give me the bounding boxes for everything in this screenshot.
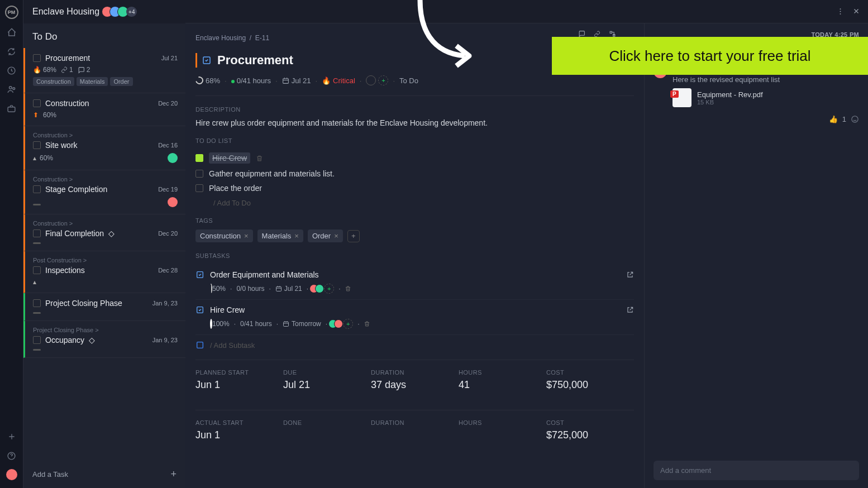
column-title: To Do	[23, 23, 185, 48]
emoji-icon[interactable]	[851, 115, 859, 123]
svg-point-5	[840, 8, 841, 9]
add-todo-input[interactable]: / Add To Do	[213, 199, 634, 207]
svg-rect-3	[8, 107, 15, 112]
subtask-item[interactable]: Hire Crew 100% · 0/41 hours · Tomorrow ·…	[195, 300, 634, 335]
fire-icon: 🔥	[322, 76, 331, 85]
plus-icon[interactable]	[6, 431, 17, 442]
breadcrumb[interactable]: Enclave Housing / E-11	[195, 34, 269, 42]
fire-icon: 🔥	[33, 66, 41, 74]
cta-banner[interactable]: Click here to start your free trial	[552, 37, 868, 75]
main-area: Click here to start your free trial Encl…	[185, 0, 868, 488]
task-list: Procurement Jul 21 🔥68% 1 2 Construction…	[23, 48, 185, 461]
calendar-icon	[282, 77, 289, 84]
add-assignee-button[interactable]: +	[324, 284, 334, 294]
comment-icon	[78, 66, 85, 74]
arrow-up-icon: ⬆	[33, 111, 39, 119]
triangle-up-icon: ▴	[33, 278, 36, 286]
briefcase-icon[interactable]	[6, 103, 17, 114]
reactions-row: 👍 1	[673, 115, 859, 123]
comment-input[interactable]: Add a comment	[654, 461, 859, 480]
subtask-item[interactable]: Order Equipment and Materials 50% · 0/0 …	[195, 265, 634, 300]
todo-item[interactable]: Place the order	[195, 181, 634, 195]
task-title: Procurement	[217, 53, 293, 68]
svg-point-6	[840, 11, 841, 12]
svg-point-7	[840, 13, 841, 15]
task-icon	[195, 305, 204, 314]
task-card-inspections[interactable]: Post Construction > Inspections Dec 28 ▴	[23, 251, 185, 293]
attachment-item[interactable]: P Equipment - Rev.pdf 15 KB	[673, 88, 859, 107]
add-task-button[interactable]: Add a Task +	[23, 461, 185, 488]
task-icon	[195, 270, 204, 279]
assignee-avatar	[168, 153, 178, 163]
project-title: Enclave Housing	[32, 7, 99, 17]
help-icon[interactable]	[6, 450, 17, 461]
avatar-more: +4	[126, 7, 137, 17]
plus-icon: +	[170, 468, 177, 480]
calendar-icon	[283, 320, 289, 327]
triangle-up-icon: ▴	[33, 154, 36, 162]
task-detail-panel: Enclave Housing / E-11 2 1 2 » Procureme…	[185, 23, 645, 488]
planned-stats: PLANNED STARTJun 1 DUEJul 21 DURATION37 …	[195, 360, 634, 400]
tag-chip[interactable]: Construction×	[195, 229, 253, 242]
project-header: Enclave Housing +4	[23, 0, 185, 23]
svg-point-16	[852, 116, 858, 122]
svg-rect-9	[283, 78, 288, 83]
diamond-icon: ◇	[108, 229, 115, 238]
home-icon[interactable]	[6, 27, 17, 38]
task-card-construction[interactable]: Construction Dec 20 ⬆ 60%	[23, 93, 185, 126]
status-row: 68% · 0/41 hours · Jul 21 · 🔥Critical · …	[195, 75, 634, 96]
remove-tag-icon[interactable]: ×	[334, 232, 338, 240]
subtasks-label: SUBTASKS	[195, 252, 634, 259]
task-card-procurement[interactable]: Procurement Jul 21 🔥68% 1 2 Construction…	[23, 48, 185, 93]
left-nav-rail: PM	[0, 0, 23, 488]
more-icon[interactable]	[836, 7, 845, 16]
add-tag-button[interactable]: +	[347, 230, 360, 242]
svg-point-1	[9, 87, 12, 89]
trash-icon[interactable]	[364, 320, 370, 327]
thumbs-up-icon[interactable]: 👍	[829, 115, 838, 123]
remove-tag-icon[interactable]: ×	[294, 232, 299, 240]
open-icon[interactable]	[626, 306, 634, 314]
task-card-finalcompletion[interactable]: Construction > Final Completion ◇ Dec 20	[23, 214, 185, 251]
description-label: DESCRIPTION	[195, 106, 634, 113]
task-card-projectclosing[interactable]: Project Closing Phase Jan 9, 23	[23, 293, 185, 321]
comment-body: Here is the revised equipment list	[673, 75, 859, 84]
tag-chip[interactable]: Materials×	[257, 229, 303, 242]
task-sidebar: Enclave Housing +4 To Do Procurement Jul…	[23, 0, 185, 488]
avatar-stack[interactable]: +4	[105, 6, 137, 17]
todo-item[interactable]: Gather equipment and materials list.	[195, 166, 634, 181]
file-icon: P	[673, 88, 691, 107]
assignee-avatar	[168, 197, 178, 207]
task-card-sitework[interactable]: Construction > Site work Dec 16 ▴60%	[23, 126, 185, 170]
task-card-stagecompletion[interactable]: Construction > Stage Completion Dec 19	[23, 170, 185, 214]
attachment-size: 15 KB	[697, 99, 763, 106]
app-logo[interactable]: PM	[5, 6, 18, 19]
window-topbar	[185, 0, 868, 23]
tag-chip[interactable]: Order×	[308, 229, 343, 242]
open-icon[interactable]	[626, 271, 634, 279]
link-icon	[61, 66, 68, 73]
trash-icon[interactable]	[256, 155, 263, 162]
attachment-name: Equipment - Rev.pdf	[697, 90, 763, 99]
todo-item[interactable]: Hire Crew	[195, 150, 634, 166]
users-icon[interactable]	[6, 84, 17, 95]
refresh-icon[interactable]	[6, 46, 17, 57]
link-icon	[594, 31, 600, 37]
svg-rect-13	[284, 322, 289, 327]
remove-tag-icon[interactable]: ×	[244, 232, 249, 240]
svg-rect-14	[197, 342, 203, 348]
add-assignee-button[interactable]: +	[378, 75, 388, 85]
comments-panel: TODAY 4:25 PM Joe Johnson TODAY 4:23 PM	[645, 23, 868, 488]
add-assignee-button[interactable]: +	[343, 319, 353, 329]
description-text[interactable]: Hire crew plus order equipment and mater…	[195, 118, 634, 127]
close-icon[interactable]	[852, 7, 860, 16]
task-card-occupancy[interactable]: Project Closing Phase > Occupancy ◇ Jan …	[23, 321, 185, 358]
task-icon	[202, 55, 212, 65]
clock-icon[interactable]	[6, 65, 17, 76]
tags-label: TAGS	[195, 217, 634, 224]
current-user-avatar[interactable]	[6, 469, 17, 480]
trash-icon[interactable]	[345, 285, 351, 292]
actual-stats: ACTUAL STARTJun 1 DONE DURATION HOURS CO…	[195, 410, 634, 450]
add-subtask-input[interactable]: / Add Subtask	[195, 341, 634, 350]
diamond-icon: ◇	[89, 336, 95, 345]
